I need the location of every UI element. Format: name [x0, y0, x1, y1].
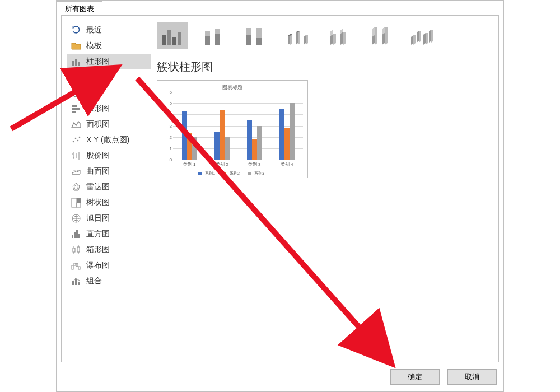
svg-rect-19	[77, 198, 81, 203]
histogram-chart-icon	[71, 228, 82, 240]
svg-rect-37	[76, 263, 78, 267]
tab-panel: 最近 模板 柱形图 折线图 饼图 条形图	[61, 15, 499, 362]
stacked-column-icon	[202, 26, 226, 46]
svg-rect-47	[205, 31, 210, 36]
sidebar-item-stock[interactable]: 股价图	[67, 148, 151, 164]
sidebar-item-label: 旭日图	[86, 213, 110, 223]
sidebar-item-label: 直方图	[86, 229, 110, 239]
chart-plot-area: 0123456类别 1类别 2类别 3类别 4	[173, 92, 303, 160]
svg-rect-44	[172, 37, 176, 45]
svg-point-8	[75, 138, 77, 139]
line-chart-icon	[71, 72, 82, 83]
chart-preview-title: 图表标题	[162, 84, 303, 91]
chart-legend: 系列1 系列2 系列3	[157, 171, 307, 176]
scatter-chart-icon	[71, 134, 82, 146]
pie-chart-icon	[71, 87, 82, 99]
surface-chart-icon	[71, 166, 82, 177]
sidebar-item-label: 模板	[86, 41, 102, 51]
sidebar-item-waterfall[interactable]: 瀑布图	[67, 258, 151, 273]
sidebar-item-boxplot[interactable]: 箱形图	[67, 242, 151, 258]
sidebar-item-label: 组合	[86, 276, 102, 286]
legend-label: 系列2	[230, 171, 240, 175]
sidebar-item-label: 瀑布图	[86, 260, 110, 270]
svg-marker-17	[74, 185, 78, 189]
sidebar-item-label: X Y (散点图)	[86, 135, 129, 145]
sidebar-item-scatter[interactable]: X Y (散点图)	[67, 132, 151, 148]
clustered-column-icon	[160, 26, 185, 46]
chart-content-area: 簇状柱形图 图表标题 0123456类别 1类别 2类别 3类别 4 系列1 系…	[157, 22, 494, 355]
treemap-chart-icon	[71, 197, 82, 208]
svg-rect-27	[76, 230, 78, 238]
svg-point-9	[77, 140, 79, 142]
svg-rect-36	[74, 263, 76, 265]
svg-rect-26	[74, 232, 76, 238]
waterfall-chart-icon	[71, 260, 82, 271]
svg-rect-4	[72, 105, 77, 107]
chart-subtype-title: 簇状柱形图	[157, 59, 494, 74]
subtype-3d-clustered-column[interactable]	[281, 22, 312, 49]
svg-rect-48	[215, 34, 220, 45]
svg-rect-43	[167, 30, 171, 45]
svg-rect-1	[75, 59, 77, 66]
ok-button[interactable]: 确定	[390, 369, 440, 385]
radar-chart-icon	[71, 181, 82, 193]
sidebar-item-radar[interactable]: 雷达图	[67, 179, 151, 195]
sidebar-item-templates[interactable]: 模板	[67, 38, 151, 54]
sidebar-item-line[interactable]: 折线图	[67, 69, 151, 85]
subtype-stacked-column[interactable]	[198, 22, 230, 49]
chart-preview[interactable]: 图表标题 0123456类别 1类别 2类别 3类别 4 系列1 系列2 系列3	[157, 80, 308, 178]
svg-rect-25	[72, 235, 73, 238]
bar-chart-icon	[71, 103, 82, 114]
cancel-button[interactable]: 取消	[447, 369, 497, 385]
svg-rect-38	[78, 267, 80, 269]
svg-rect-49	[215, 29, 220, 34]
subtype-3d-stacked-column[interactable]	[323, 22, 354, 49]
svg-rect-32	[77, 247, 80, 252]
sunburst-chart-icon	[71, 213, 82, 224]
dialog-button-row: 确定 取消	[390, 369, 497, 385]
sidebar-item-histogram[interactable]: 直方图	[67, 226, 151, 242]
chart-category-sidebar: 最近 模板 柱形图 折线图 饼图 条形图	[67, 22, 151, 355]
stacked100-column-icon	[243, 26, 268, 46]
tab-strip: 所有图表	[57, 1, 102, 15]
folder-icon	[71, 40, 82, 52]
svg-rect-41	[78, 282, 80, 285]
svg-point-7	[73, 141, 74, 143]
svg-rect-53	[256, 28, 262, 38]
insert-chart-dialog: 所有图表 最近 模板 柱形图 折线图 饼图	[56, 0, 504, 392]
sidebar-item-label: 股价图	[86, 151, 110, 161]
svg-rect-35	[72, 265, 73, 269]
column-3d-icon	[409, 26, 433, 46]
subtype-3d-100-stacked-column[interactable]	[364, 22, 395, 49]
sidebar-item-bar[interactable]: 条形图	[67, 101, 151, 116]
sidebar-item-label: 箱形图	[86, 245, 110, 255]
legend-label: 系列1	[205, 171, 215, 175]
subtype-clustered-column[interactable]	[157, 22, 188, 49]
sidebar-item-sunburst[interactable]: 旭日图	[67, 211, 151, 226]
combo-chart-icon	[71, 276, 82, 287]
sidebar-item-treemap[interactable]: 树状图	[67, 195, 151, 211]
svg-rect-46	[205, 36, 210, 45]
sidebar-item-label: 折线图	[86, 72, 110, 82]
sidebar-item-pie[interactable]: 饼图	[67, 85, 151, 101]
stacked100-3d-column-icon	[367, 26, 392, 46]
svg-point-10	[79, 137, 81, 138]
sidebar-item-label: 条形图	[86, 104, 110, 114]
sidebar-item-combo[interactable]: 组合	[67, 273, 151, 289]
subtype-3d-column[interactable]	[405, 22, 437, 49]
svg-rect-2	[78, 62, 80, 66]
tab-all-charts[interactable]: 所有图表	[57, 1, 102, 16]
svg-rect-51	[246, 28, 251, 35]
sidebar-item-recent[interactable]: 最近	[67, 22, 151, 38]
sidebar-item-label: 雷达图	[86, 182, 110, 192]
svg-rect-42	[162, 35, 166, 45]
sidebar-item-area[interactable]: 面积图	[67, 116, 151, 132]
area-chart-icon	[71, 119, 82, 130]
sidebar-item-column[interactable]: 柱形图	[67, 54, 151, 69]
sidebar-item-label: 最近	[86, 25, 102, 35]
svg-rect-28	[78, 234, 80, 238]
svg-rect-6	[72, 111, 76, 113]
sidebar-item-surface[interactable]: 曲面图	[67, 164, 151, 179]
stacked-3d-column-icon	[326, 26, 351, 46]
subtype-100-stacked-column[interactable]	[240, 22, 271, 49]
